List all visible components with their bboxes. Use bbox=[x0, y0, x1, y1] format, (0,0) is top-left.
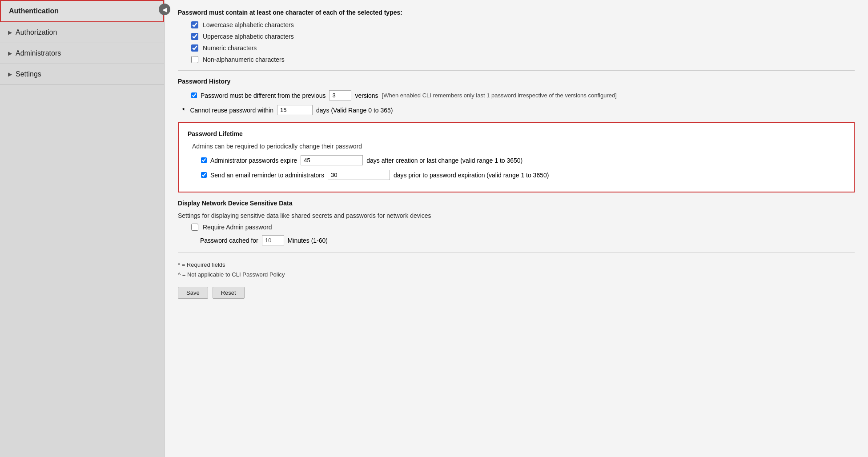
network-require-row: Require Admin password bbox=[191, 224, 855, 231]
history-reuse-input[interactable] bbox=[277, 105, 313, 115]
password-history-title: Password History bbox=[178, 78, 855, 85]
lifetime-desc: Admins can be required to periodically c… bbox=[192, 143, 845, 150]
network-section: Display Network Device Sensitive Data Se… bbox=[178, 200, 855, 245]
lifetime-email-suffix: days prior to password expiration (valid… bbox=[394, 172, 549, 179]
history-versions-input[interactable] bbox=[329, 90, 351, 100]
required-star: * bbox=[182, 107, 185, 114]
lowercase-checkbox[interactable] bbox=[191, 21, 198, 28]
network-desc: Settings for displaying sensitive data l… bbox=[178, 212, 855, 219]
footnote-required: * = Required fields bbox=[178, 260, 855, 270]
sidebar-item-settings[interactable]: ▶ Settings bbox=[0, 64, 164, 85]
arrow-icon-settings: ▶ bbox=[8, 71, 12, 77]
sidebar: ◀ Authentication ▶ Authorization ▶ Admin… bbox=[0, 0, 165, 457]
lifetime-expire-suffix: days after creation or last change (vali… bbox=[366, 157, 522, 164]
network-require-checkbox[interactable] bbox=[191, 224, 198, 231]
checkbox-row-numeric: Numeric characters bbox=[191, 44, 855, 52]
chevron-left-icon: ◀ bbox=[162, 6, 167, 13]
sidebar-item-administrators-label: Administrators bbox=[16, 49, 61, 57]
arrow-icon-authorization: ▶ bbox=[8, 29, 12, 36]
sidebar-item-authentication[interactable]: Authentication bbox=[0, 0, 164, 22]
lifetime-email-label: Send an email reminder to administrators bbox=[210, 172, 324, 179]
history-versions-label: versions bbox=[355, 92, 378, 99]
network-require-label: Require Admin password bbox=[203, 224, 272, 231]
uppercase-label: Uppercase alphabetic characters bbox=[203, 33, 294, 40]
lifetime-expire-input[interactable] bbox=[301, 155, 363, 165]
nonalpha-checkbox[interactable] bbox=[191, 56, 198, 63]
lifetime-expire-label: Administrator passwords expire bbox=[210, 157, 297, 164]
network-cache-input[interactable] bbox=[262, 235, 284, 245]
sidebar-item-settings-label: Settings bbox=[16, 70, 41, 78]
footnotes: * = Required fields ^ = Not applicable t… bbox=[178, 260, 855, 280]
nonalpha-label: Non-alphanumeric characters bbox=[203, 56, 285, 63]
sidebar-item-authorization[interactable]: ▶ Authorization bbox=[0, 22, 164, 43]
history-reuse-label: Cannot reuse password within bbox=[190, 107, 273, 114]
history-reuse-row: * Cannot reuse password within days (Val… bbox=[182, 105, 855, 115]
lifetime-email-input[interactable] bbox=[328, 170, 390, 180]
divider-2 bbox=[178, 253, 855, 253]
uppercase-checkbox[interactable] bbox=[191, 33, 198, 40]
history-versions-row: Password must be different from the prev… bbox=[191, 90, 855, 100]
history-checkbox-label: Password must be different from the prev… bbox=[201, 92, 326, 99]
lifetime-expire-checkbox[interactable] bbox=[201, 157, 207, 163]
network-cache-row: Password cached for Minutes (1-60) bbox=[200, 235, 855, 245]
divider-1 bbox=[178, 70, 855, 71]
lifetime-expire-row: Administrator passwords expire days afte… bbox=[201, 155, 845, 165]
numeric-label: Numeric characters bbox=[203, 44, 257, 52]
numeric-checkbox[interactable] bbox=[191, 44, 198, 52]
sidebar-item-administrators[interactable]: ▶ Administrators bbox=[0, 43, 164, 64]
lowercase-label: Lowercase alphabetic characters bbox=[203, 21, 294, 28]
lifetime-title: Password Lifetime bbox=[188, 130, 845, 137]
checkbox-row-nonalpha: Non-alphanumeric characters bbox=[191, 56, 855, 63]
history-reuse-suffix: days (Valid Range 0 to 365) bbox=[316, 107, 393, 114]
password-lifetime-box: Password Lifetime Admins can be required… bbox=[178, 122, 855, 192]
main-content: Password must contain at least one chara… bbox=[165, 0, 868, 457]
footnote-cli: ^ = Not applicable to CLI Password Polic… bbox=[178, 270, 855, 280]
password-chars-title: Password must contain at least one chara… bbox=[178, 9, 855, 16]
checkbox-row-uppercase: Uppercase alphabetic characters bbox=[191, 33, 855, 40]
button-row: Save Reset bbox=[178, 287, 855, 299]
password-history-section: Password History Password must be differ… bbox=[178, 78, 855, 115]
history-versions-note: [When enabled CLI remembers only last 1 … bbox=[382, 92, 617, 99]
sidebar-item-authentication-label: Authentication bbox=[9, 7, 59, 15]
network-cache-label: Password cached for bbox=[200, 237, 258, 244]
sidebar-item-authorization-label: Authorization bbox=[16, 28, 57, 36]
arrow-icon-administrators: ▶ bbox=[8, 50, 12, 56]
history-checkbox[interactable] bbox=[191, 92, 197, 98]
lifetime-email-row: Send an email reminder to administrators… bbox=[201, 170, 845, 180]
lifetime-email-checkbox[interactable] bbox=[201, 172, 207, 178]
network-title: Display Network Device Sensitive Data bbox=[178, 200, 855, 207]
save-button[interactable]: Save bbox=[178, 287, 208, 299]
checkbox-row-lowercase: Lowercase alphabetic characters bbox=[191, 21, 855, 28]
sidebar-toggle-button[interactable]: ◀ bbox=[159, 4, 170, 15]
reset-button[interactable]: Reset bbox=[213, 287, 245, 299]
network-cache-suffix: Minutes (1-60) bbox=[288, 237, 328, 244]
